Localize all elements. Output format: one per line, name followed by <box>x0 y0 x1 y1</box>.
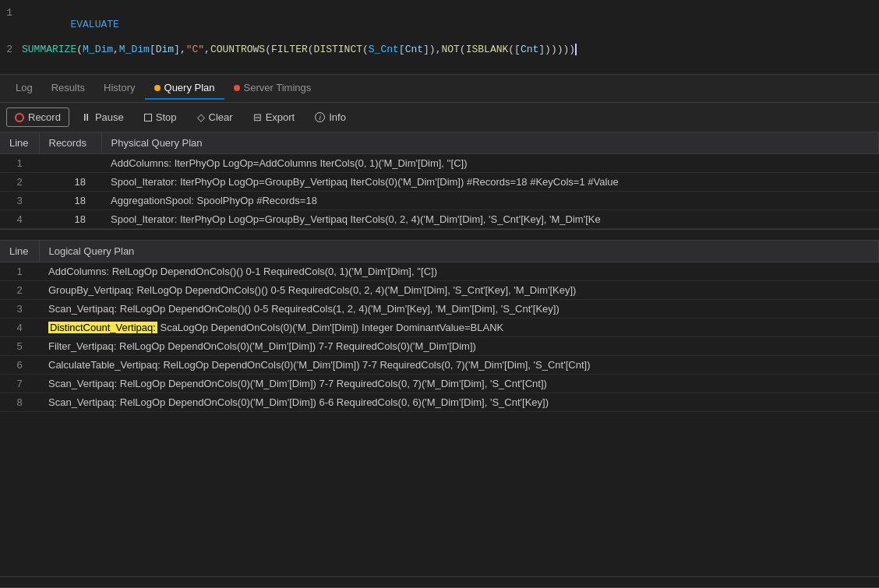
logical-plan-body: 1 AddColumns: RelLogOp DependOnCols()() … <box>0 262 879 412</box>
physical-plan-section: Line Records Physical Query Plan 1 AddCo… <box>0 132 879 230</box>
table-row: 5 Filter_Vertipaq: RelLogOp DependOnCols… <box>0 337 879 356</box>
tab-query-plan[interactable]: Query Plan <box>145 77 224 100</box>
record-button[interactable]: Record <box>6 107 69 127</box>
records-cell <box>39 154 101 173</box>
physical-plan-scroll-inner <box>0 230 879 231</box>
table-row: 4 18 Spool_Iterator: IterPhyOp LogOp=Gro… <box>0 210 879 229</box>
tabs-bar: Log Results History Query Plan Server Ti… <box>0 75 879 103</box>
record-label: Record <box>28 111 61 123</box>
line-cell: 2 <box>0 281 39 300</box>
physical-plan-table: Line Records Physical Query Plan 1 AddCo… <box>0 132 879 229</box>
tab-history[interactable]: History <box>94 77 144 100</box>
logical-plan-scrollbar[interactable] <box>0 577 879 588</box>
table-row: 1 AddColumns: IterPhyOp LogOp=AddColumns… <box>0 154 879 173</box>
stop-button[interactable]: Stop <box>136 107 185 127</box>
table-row: 2 GroupBy_Vertipaq: RelLogOp DependOnCol… <box>0 281 879 300</box>
records-cell: 18 <box>39 192 101 210</box>
line-cell: 2 <box>0 173 39 192</box>
clear-icon: ◇ <box>197 111 205 123</box>
info-button[interactable]: i Info <box>306 107 355 127</box>
server-timings-dot <box>234 85 240 91</box>
tab-history-label: History <box>104 82 135 93</box>
physical-plan-header: Line Records Physical Query Plan <box>0 132 879 154</box>
plan-cell: Filter_Vertipaq: RelLogOp DependOnCols(0… <box>39 337 879 356</box>
query-plan-dot <box>154 85 161 91</box>
export-icon: ⊟ <box>253 111 262 123</box>
line-cell: 4 <box>0 210 39 229</box>
line-cell: 1 <box>0 262 39 281</box>
code-content-2: SUMMARIZE(M_Dim,M_Dim[Dim],"C",COUNTROWS… <box>22 44 577 67</box>
table-row: 7 Scan_Vertipaq: RelLogOp DependOnCols(0… <box>0 375 879 393</box>
plan-cell: Spool_Iterator: IterPhyOp LogOp=GroupBy_… <box>101 210 879 229</box>
line-number-2: 2 <box>0 44 22 55</box>
record-icon <box>15 113 24 122</box>
table-row: 2 18 Spool_Iterator: IterPhyOp LogOp=Gro… <box>0 173 879 192</box>
physical-plan-scrollbar[interactable] <box>0 230 879 241</box>
records-cell: 18 <box>39 210 101 229</box>
main-layout: 1 EVALUATE 2 SUMMARIZE(M_Dim,M_Dim[Dim],… <box>0 0 879 588</box>
export-button[interactable]: ⊟ Export <box>245 107 304 127</box>
records-cell: 18 <box>39 173 101 192</box>
tab-server-timings[interactable]: Server Timings <box>224 77 321 100</box>
clear-button[interactable]: ◇ Clear <box>189 107 242 127</box>
logical-plan-section: Line Logical Query Plan 1 AddColumns: Re… <box>0 241 879 577</box>
line-cell: 7 <box>0 375 39 393</box>
plan-cell: GroupBy_Vertipaq: RelLogOp DependOnCols(… <box>39 281 879 300</box>
table-row: 1 AddColumns: RelLogOp DependOnCols()() … <box>0 262 879 281</box>
line-cell: 8 <box>0 393 39 412</box>
line-cell: 4 <box>0 319 39 337</box>
plan-cell: Scan_Vertipaq: RelLogOp DependOnCols(0)(… <box>39 375 879 393</box>
line-cell: 3 <box>0 300 39 319</box>
physical-plan-body: 1 AddColumns: IterPhyOp LogOp=AddColumns… <box>0 154 879 229</box>
plan-cell: Scan_Vertipaq: RelLogOp DependOnCols()()… <box>39 300 879 319</box>
pause-label: Pause <box>95 111 124 123</box>
stop-icon <box>144 114 152 121</box>
table-row: 3 Scan_Vertipaq: RelLogOp DependOnCols()… <box>0 300 879 319</box>
col-header-line-logical: Line <box>0 241 39 262</box>
tab-results[interactable]: Results <box>42 77 94 100</box>
table-row: 4 DistinctCount_Vertipaq: ScaLogOp Depen… <box>0 319 879 337</box>
tab-log-label: Log <box>16 82 33 93</box>
export-label: Export <box>266 111 295 123</box>
toolbar: Record ⏸ Pause Stop ◇ Clear ⊟ Export i I… <box>0 103 879 132</box>
plan-cell: DistinctCount_Vertipaq: ScaLogOp DependO… <box>39 319 879 337</box>
plan-cell: Spool_Iterator: IterPhyOp LogOp=GroupBy_… <box>101 173 879 192</box>
logical-plan-scroll-inner <box>0 577 879 578</box>
col-header-physical-plan: Physical Query Plan <box>101 132 879 154</box>
line-cell: 3 <box>0 192 39 210</box>
stop-label: Stop <box>156 111 177 123</box>
code-line-1: 1 EVALUATE <box>0 6 879 43</box>
plan-cell: AddColumns: IterPhyOp LogOp=AddColumns I… <box>101 154 879 173</box>
line-cell: 5 <box>0 337 39 356</box>
pause-icon: ⏸ <box>81 111 91 123</box>
code-editor[interactable]: 1 EVALUATE 2 SUMMARIZE(M_Dim,M_Dim[Dim],… <box>0 0 879 75</box>
plan-cell: Scan_Vertipaq: RelLogOp DependOnCols(0)(… <box>39 393 879 412</box>
plan-cell: AddColumns: RelLogOp DependOnCols()() 0-… <box>39 262 879 281</box>
info-label: Info <box>329 111 346 123</box>
pause-button[interactable]: ⏸ Pause <box>72 107 132 127</box>
table-row: 8 Scan_Vertipaq: RelLogOp DependOnCols(0… <box>0 393 879 412</box>
plan-cell: CalculateTable_Vertipaq: RelLogOp Depend… <box>39 356 879 375</box>
tab-log[interactable]: Log <box>6 77 42 100</box>
logical-plan-table: Line Logical Query Plan 1 AddColumns: Re… <box>0 241 879 412</box>
highlight-text: DistinctCount_Vertipaq: <box>48 322 157 333</box>
col-header-logical-plan: Logical Query Plan <box>39 241 879 262</box>
line-cell: 6 <box>0 356 39 375</box>
line-cell: 1 <box>0 154 39 173</box>
code-line-2: 2 SUMMARIZE(M_Dim,M_Dim[Dim],"C",COUNTRO… <box>0 43 879 68</box>
table-row: 3 18 AggregationSpool: SpoolPhyOp #Recor… <box>0 192 879 210</box>
tab-server-timings-label: Server Timings <box>244 82 312 93</box>
logical-plan-header: Line Logical Query Plan <box>0 241 879 262</box>
line-number-1: 1 <box>0 7 22 19</box>
col-header-line-physical: Line <box>0 132 39 154</box>
table-row: 6 CalculateTable_Vertipaq: RelLogOp Depe… <box>0 356 879 375</box>
tab-results-label: Results <box>51 82 85 93</box>
info-icon: i <box>315 112 325 122</box>
col-header-records: Records <box>39 132 101 154</box>
plan-cell: AggregationSpool: SpoolPhyOp #Records=18 <box>101 192 879 210</box>
tab-query-plan-label: Query Plan <box>164 82 215 93</box>
clear-label: Clear <box>209 111 233 123</box>
code-content-1: EVALUATE <box>22 7 119 42</box>
